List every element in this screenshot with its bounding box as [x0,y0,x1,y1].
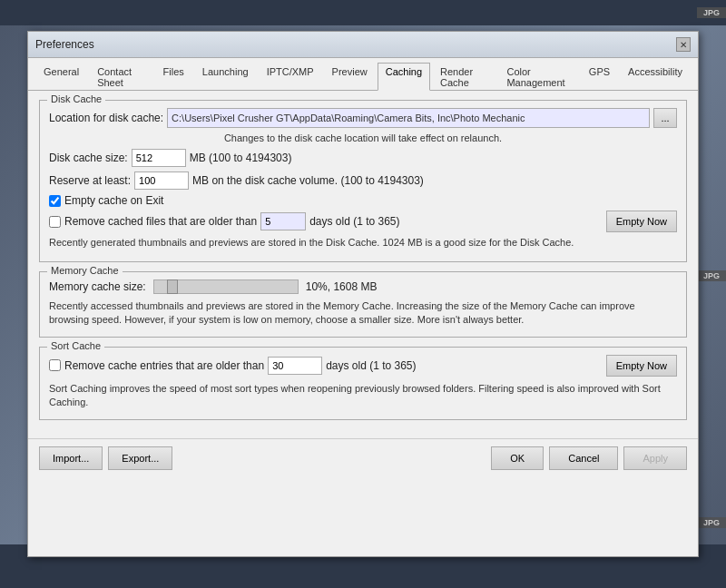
tab-general[interactable]: General [35,63,87,91]
reserve-range: MB on the disk cache volume. (100 to 419… [192,174,424,187]
empty-on-exit-checkbox[interactable] [49,195,61,207]
import-button[interactable]: Import... [39,446,103,470]
memory-cache-label: Memory Cache [47,265,123,276]
ok-button[interactable]: OK [491,446,544,470]
close-button[interactable]: ✕ [676,37,691,52]
sort-cache-group: Sort Cache Remove cache entries that are… [39,347,687,420]
sort-remove-label: Remove cache entries that are older than [64,359,264,372]
tab-gps[interactable]: GPS [581,63,618,91]
remove-old-days-input[interactable] [260,212,306,230]
sort-remove-row: Remove cache entries that are older than… [49,355,677,377]
dialog-title: Preferences [35,38,94,51]
preferences-dialog: Preferences ✕ General Contact Sheet File… [27,31,699,557]
apply-button[interactable]: Apply [623,446,687,470]
tab-files[interactable]: Files [155,63,192,91]
disk-cache-group: Disk Cache Location for disk cache: ... … [39,100,687,262]
memory-size-slider[interactable] [153,279,299,294]
memory-cache-info: Recently accessed thumbnails and preview… [49,299,677,328]
memory-size-label: Memory cache size: [49,280,146,293]
reserve-input[interactable] [134,172,189,190]
disk-size-label: Disk cache size: [49,152,128,164]
relaunch-notice: Changes to the disk cache location will … [49,132,677,143]
disk-size-input[interactable] [132,149,186,167]
tab-color-management[interactable]: Color Management [498,63,578,91]
title-bar: Preferences ✕ [28,32,698,58]
empty-on-exit-label: Empty cache on Exit [64,194,163,207]
export-button[interactable]: Export... [108,446,172,470]
location-input[interactable] [167,108,650,128]
dialog-body: Disk Cache Location for disk cache: ... … [28,91,698,438]
tab-caching[interactable]: Caching [378,63,430,91]
memory-size-value: 10%, 1608 MB [306,280,378,293]
location-row: Location for disk cache: ... [49,108,677,128]
sort-cache-info: Sort Caching improves the speed of most … [49,382,677,410]
disk-empty-now-button[interactable]: Empty Now [606,211,677,232]
sort-remove-checkbox[interactable] [49,359,61,371]
cancel-button[interactable]: Cancel [549,446,618,470]
disk-cache-label: Disk Cache [47,93,105,104]
browse-button[interactable]: ... [653,108,677,128]
remove-old-row: Remove cached files that are older than … [49,211,677,232]
tab-contact-sheet[interactable]: Contact Sheet [89,63,152,91]
remove-old-range: days old (1 to 365) [309,215,399,228]
remove-old-label: Remove cached files that are older than [64,215,257,228]
tab-preview[interactable]: Preview [324,63,376,91]
sort-cache-label: Sort Cache [47,340,104,351]
tab-launching[interactable]: Launching [194,63,257,91]
tab-accessibility[interactable]: Accessibility [620,63,691,91]
bottom-buttons: Import... Export... OK Cancel Apply [28,438,698,477]
tab-iptcxmp[interactable]: IPTC/XMP [259,63,322,91]
location-label: Location for disk cache: [49,112,163,124]
tabs-row: General Contact Sheet Files Launching IP… [28,58,698,91]
sort-remove-days-input[interactable] [268,357,322,375]
remove-old-checkbox[interactable] [49,216,61,228]
memory-cache-group: Memory Cache Memory cache size: 10%, 160… [39,271,687,338]
memory-size-row: Memory cache size: 10%, 1608 MB [49,279,677,294]
sort-remove-range: days old (1 to 365) [326,359,416,372]
disk-size-range: MB (100 to 4194303) [190,152,292,164]
reserve-label: Reserve at least: [49,174,131,187]
tab-render-cache[interactable]: Render Cache [432,63,496,91]
sort-empty-now-button[interactable]: Empty Now [606,355,677,377]
empty-on-exit-row: Empty cache on Exit [49,194,677,207]
disk-cache-footer: Recently generated thumbnails and previe… [49,237,677,248]
reserve-row: Reserve at least: MB on the disk cache v… [49,172,677,190]
disk-size-row: Disk cache size: MB (100 to 4194303) [49,149,677,167]
